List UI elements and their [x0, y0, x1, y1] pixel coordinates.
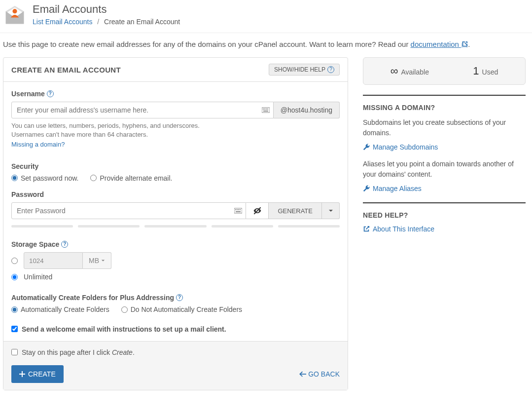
storage-label: Storage Space ? — [11, 240, 340, 248]
password-strength-meter — [11, 225, 340, 228]
password-label: Password — [11, 190, 340, 198]
breadcrumb-current: Create an Email Account — [104, 18, 180, 26]
generate-password-button[interactable]: GENERATE — [269, 202, 322, 219]
wrench-icon — [363, 185, 370, 192]
svg-rect-14 — [238, 209, 239, 210]
show-hide-help-button[interactable]: SHOW/HIDE HELP ? — [269, 64, 340, 76]
svg-rect-7 — [264, 109, 265, 110]
create-button[interactable]: CREATE — [11, 365, 64, 383]
svg-rect-12 — [235, 209, 236, 210]
svg-rect-5 — [262, 108, 270, 113]
username-label: Username ? — [11, 90, 340, 98]
svg-rect-10 — [263, 111, 268, 112]
help-icon[interactable]: ? — [61, 241, 68, 248]
infinity-icon: ∞ — [390, 65, 398, 77]
svg-rect-8 — [266, 109, 267, 110]
toggle-password-visibility-button[interactable] — [246, 202, 269, 219]
missing-domain-section: MISSING A DOMAIN? Subdomains let you cre… — [363, 95, 526, 192]
stay-on-page-checkbox[interactable]: Stay on this page after I click Create. — [11, 348, 340, 356]
page-header: Email Accounts List Email Accounts / Cre… — [0, 0, 532, 33]
auto-create-folders-radio[interactable]: Automatically Create Folders — [11, 305, 109, 313]
send-welcome-checkbox[interactable]: Send a welcome email with instructions t… — [11, 325, 340, 333]
storage-unlimited-radio[interactable]: Unlimited — [11, 273, 52, 281]
provide-alternate-radio[interactable]: Provide alternate email. — [90, 174, 172, 182]
about-interface-link[interactable]: About This Interface — [363, 225, 526, 233]
storage-size-input — [24, 252, 83, 269]
create-email-panel: CREATE AN EMAIL ACCOUNT SHOW/HIDE HELP ?… — [3, 57, 348, 390]
intro-text: Use this page to create new email addres… — [0, 33, 532, 53]
stats-box: ∞ Available 1 Used — [363, 57, 526, 85]
need-help-section: NEED HELP? About This Interface — [363, 202, 526, 233]
used-stat: 1 Used — [473, 65, 498, 77]
keyboard-icon — [262, 106, 270, 114]
svg-rect-6 — [263, 109, 264, 110]
arrow-left-icon — [299, 371, 306, 378]
set-password-radio[interactable]: Set password now. — [11, 174, 79, 182]
plus-addressing-label: Automatically Create Folders for Plus Ad… — [11, 294, 340, 302]
wrench-icon — [363, 144, 370, 151]
manage-subdomains-link[interactable]: Manage Subdomains — [363, 143, 526, 151]
storage-fixed-radio[interactable] — [11, 258, 18, 264]
manage-aliases-link[interactable]: Manage Aliases — [363, 185, 526, 192]
breadcrumb-link-list[interactable]: List Email Accounts — [33, 18, 92, 26]
domain-suffix[interactable]: @host4u.hosting — [274, 102, 340, 118]
plus-icon — [19, 371, 25, 377]
page-title: Email Accounts — [33, 3, 180, 16]
email-account-icon — [3, 3, 27, 27]
help-icon: ? — [327, 66, 334, 73]
breadcrumb: List Email Accounts / Create an Email Ac… — [33, 18, 180, 26]
svg-point-4 — [12, 9, 17, 13]
svg-rect-9 — [267, 109, 268, 110]
generate-dropdown-button[interactable] — [322, 202, 340, 219]
available-stat: ∞ Available — [390, 65, 429, 77]
go-back-link[interactable]: GO BACK — [299, 370, 340, 378]
username-input[interactable] — [11, 102, 274, 118]
help-icon[interactable]: ? — [176, 294, 183, 301]
security-label: Security — [11, 162, 340, 170]
password-input[interactable] — [11, 202, 246, 219]
external-link-icon — [363, 226, 370, 232]
no-auto-create-folders-radio[interactable]: Do Not Automatically Create Folders — [121, 305, 242, 313]
svg-rect-15 — [240, 209, 241, 210]
help-icon[interactable]: ? — [47, 90, 54, 97]
keyboard-icon — [234, 207, 242, 215]
missing-domain-link[interactable]: Missing a domain? — [11, 140, 340, 149]
storage-unit-dropdown[interactable]: MB — [83, 252, 111, 269]
svg-rect-11 — [234, 208, 242, 213]
documentation-link[interactable]: documentation — [411, 40, 468, 48]
panel-heading: CREATE AN EMAIL ACCOUNT — [11, 66, 121, 74]
svg-rect-16 — [236, 211, 241, 212]
svg-rect-13 — [237, 209, 238, 210]
